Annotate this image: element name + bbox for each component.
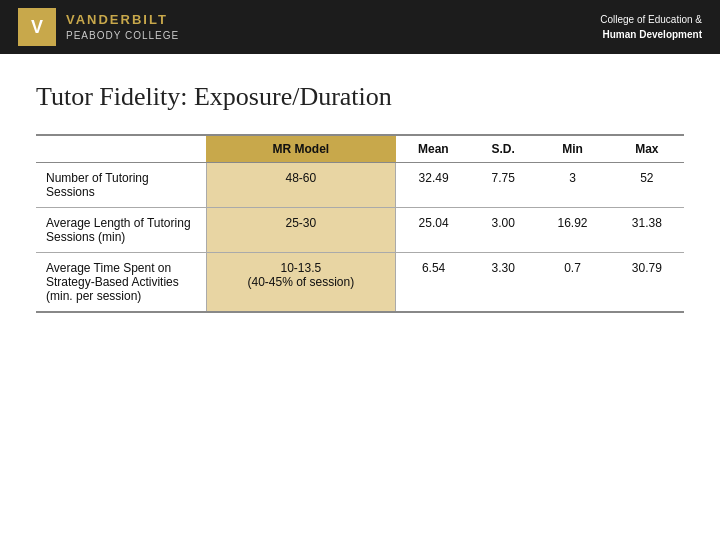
row-sd: 3.00: [471, 208, 535, 253]
col-header-label: [36, 135, 206, 163]
col-header-min: Min: [535, 135, 609, 163]
row-mean: 6.54: [396, 253, 471, 313]
row-max: 31.38: [610, 208, 684, 253]
header: V VANDERBILT PEABODY COLLEGE College of …: [0, 0, 720, 54]
table-row: Number of Tutoring Sessions 48-60 32.49 …: [36, 163, 684, 208]
vanderbilt-text: VANDERBILT PEABODY COLLEGE: [66, 11, 179, 43]
row-max: 30.79: [610, 253, 684, 313]
header-left: V VANDERBILT PEABODY COLLEGE: [18, 8, 179, 46]
table-row: Average Time Spent on Strategy-Based Act…: [36, 253, 684, 313]
table-body: Number of Tutoring Sessions 48-60 32.49 …: [36, 163, 684, 313]
row-sd: 7.75: [471, 163, 535, 208]
row-mean: 25.04: [396, 208, 471, 253]
row-label: Number of Tutoring Sessions: [36, 163, 206, 208]
vanderbilt-logo-icon: V: [18, 8, 56, 46]
main-content: Tutor Fidelity: Exposure/Duration MR Mod…: [0, 54, 720, 333]
university-name: VANDERBILT: [66, 11, 179, 29]
col-header-mean: Mean: [396, 135, 471, 163]
header-right-line1: College of Education &: [600, 12, 702, 27]
row-min: 3: [535, 163, 609, 208]
row-label: Average Time Spent on Strategy-Based Act…: [36, 253, 206, 313]
row-label: Average Length of Tutoring Sessions (min…: [36, 208, 206, 253]
row-mean: 32.49: [396, 163, 471, 208]
row-mr-model: 10-13.5 (40-45% of session): [206, 253, 396, 313]
logo-letter: V: [31, 17, 43, 38]
table-row: Average Length of Tutoring Sessions (min…: [36, 208, 684, 253]
col-header-mr-model: MR Model: [206, 135, 396, 163]
header-right: College of Education & Human Development: [600, 12, 702, 42]
row-mr-model: 25-30: [206, 208, 396, 253]
row-min: 0.7: [535, 253, 609, 313]
row-mr-model: 48-60: [206, 163, 396, 208]
page-title: Tutor Fidelity: Exposure/Duration: [36, 82, 684, 112]
header-right-line2: Human Development: [600, 27, 702, 42]
row-max: 52: [610, 163, 684, 208]
col-header-max: Max: [610, 135, 684, 163]
col-header-sd: S.D.: [471, 135, 535, 163]
data-table: MR Model Mean S.D. Min Max Number of Tut…: [36, 134, 684, 313]
table-header: MR Model Mean S.D. Min Max: [36, 135, 684, 163]
table-header-row: MR Model Mean S.D. Min Max: [36, 135, 684, 163]
row-sd: 3.30: [471, 253, 535, 313]
row-min: 16.92: [535, 208, 609, 253]
college-name: PEABODY COLLEGE: [66, 29, 179, 43]
